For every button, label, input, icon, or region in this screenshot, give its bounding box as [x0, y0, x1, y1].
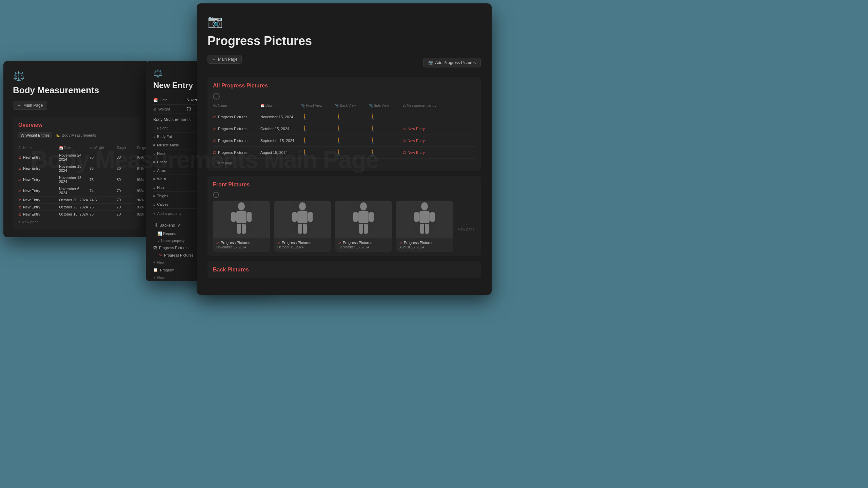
body-measurements-panel: ⚖️ Body Measurements ← Main Page Overvie… — [3, 61, 149, 237]
plus-icon: + — [153, 276, 155, 280]
database-icon: 🗄 — [153, 223, 157, 228]
gallery-card[interactable]: ⚖Progress Pictures October 15, 2024 — [274, 201, 331, 252]
svg-rect-20 — [414, 212, 419, 222]
back-pictures-section: Back Pictures — [208, 261, 481, 278]
tab-bar: ⚖ Weight Entries 📐 Body Measurements — [18, 132, 134, 141]
pp-table-row[interactable]: ⚖Progress Pictures November 15, 2024 🚶 🚶… — [213, 111, 475, 123]
plus-icon: + — [213, 161, 215, 165]
svg-point-18 — [421, 202, 428, 210]
card-image — [335, 201, 392, 238]
pp-main-page-button[interactable]: ← Main Page — [208, 55, 242, 64]
tab-body-measurements[interactable]: 📐 Body Measurements — [54, 132, 99, 138]
table-row[interactable]: ⚖New Entry October 30, 2024 74.5 70 94% — [18, 197, 134, 204]
pp-header-row: ← Main Page 📷 Add Progress Pictures — [208, 55, 481, 70]
pp-table-row[interactable]: ⚖Progress Pictures October 15, 2024 🚶 🚶 … — [213, 123, 475, 135]
svg-point-6 — [299, 202, 306, 210]
gallery-icon: 🖼 — [153, 246, 157, 250]
all-section-title: All Progress Pictures — [213, 83, 475, 89]
svg-rect-7 — [297, 211, 308, 223]
col-side: 📎 Side View — [369, 104, 403, 107]
svg-rect-14 — [353, 212, 358, 222]
gallery-card[interactable]: ⚖Progress Pictures August 15, 2024 — [396, 201, 453, 252]
new-entry-link[interactable]: ⚖New Entry — [403, 139, 450, 143]
svg-rect-21 — [430, 212, 435, 222]
pp-table-header: As Name 📅 Date 📎 Front View 📎 Back View … — [213, 102, 475, 109]
program-icon: 📋 — [153, 268, 158, 272]
card-image — [274, 201, 331, 238]
svg-rect-5 — [242, 224, 246, 234]
svg-rect-4 — [237, 224, 241, 234]
main-page-button[interactable]: ← Main Page — [13, 101, 47, 110]
weight-label: ⚖ Weight — [153, 107, 184, 111]
table-row[interactable]: ⚖New Entry October 23, 2024 75 70 93% — [18, 204, 134, 211]
plus-icon: + — [18, 220, 20, 224]
table-header: As Name 📅 Date ⚖ Weight Target Progress — [18, 145, 134, 150]
gallery-add-circle[interactable] — [213, 192, 219, 198]
pp-table-row[interactable]: ⚖Progress Pictures August 15, 2024 🚶 🚶 🚶… — [213, 147, 475, 159]
gallery-card[interactable]: ⚖Progress Pictures September 15, 2024 — [335, 201, 392, 252]
new-entry-link[interactable]: ⚖New Entry — [403, 150, 450, 155]
table-row[interactable]: ⚖New Entry November 24, 2024 76 80 95% — [18, 152, 134, 163]
pp-table-row[interactable]: ⚖Progress Pictures September 15, 2024 🚶 … — [213, 135, 475, 147]
pp-new-page[interactable]: + New page — [213, 159, 475, 167]
svg-rect-13 — [358, 211, 369, 223]
tab-weight-entries[interactable]: ⚖ Weight Entries — [18, 132, 52, 138]
col-date: 📅 Date — [59, 146, 90, 150]
col-back: 📎 Back View — [335, 104, 369, 107]
svg-rect-8 — [292, 212, 297, 222]
new-page-row[interactable]: + New page — [18, 218, 134, 226]
camera-small-icon: 📷 — [428, 60, 433, 65]
table-row[interactable]: ⚖New Entry November 18, 2024 75 80 94% — [18, 163, 134, 174]
svg-rect-1 — [236, 211, 246, 223]
chevron-icon: ∨ — [177, 223, 180, 228]
plus-icon: + — [153, 260, 155, 264]
scale-icon: ⚖️ — [13, 70, 140, 82]
table-row[interactable]: ⚖New Entry November 6, 2024 74 70 95% — [18, 185, 134, 197]
overview-title: Overview — [18, 122, 134, 128]
svg-rect-2 — [231, 212, 236, 222]
table-row[interactable]: ⚖New Entry October 16, 2024 76 70 92% — [18, 211, 134, 218]
svg-point-0 — [238, 202, 245, 210]
back-title: Back Pictures — [213, 267, 475, 273]
date-label: 📅 Date — [153, 98, 184, 102]
col-name: As Name — [18, 146, 59, 150]
arrow-left-icon: ← — [212, 57, 216, 62]
card-image — [213, 201, 270, 238]
svg-rect-22 — [420, 224, 424, 234]
col-name: As Name — [213, 104, 260, 107]
svg-point-12 — [360, 202, 367, 210]
pp-red-icon: ⚖ — [159, 253, 162, 257]
gallery-row: ⚖Progress Pictures November 15, 2024 — [213, 201, 475, 252]
svg-rect-10 — [298, 224, 302, 234]
gallery-new-page[interactable]: + New page — [457, 201, 475, 252]
front-pictures-section: Front Pictures — [208, 176, 481, 256]
front-title: Front Pictures — [213, 182, 475, 188]
svg-rect-19 — [419, 211, 430, 223]
progress-pictures-panel: 📷 Progress Pictures ← Main Page 📷 Add Pr… — [197, 3, 492, 295]
svg-rect-23 — [425, 224, 429, 234]
weight-value: 73 — [186, 107, 191, 111]
svg-rect-11 — [303, 224, 307, 234]
col-entry: ⚖ Measurement Entry — [403, 104, 450, 107]
gallery-card[interactable]: ⚖Progress Pictures November 15, 2024 — [213, 201, 270, 252]
new-entry-link[interactable]: ⚖New Entry — [403, 127, 450, 131]
add-circle[interactable] — [213, 93, 220, 100]
svg-rect-16 — [359, 224, 363, 234]
svg-rect-17 — [364, 224, 368, 234]
all-progress-section: All Progress Pictures As Name 📅 Date 📎 F… — [208, 77, 481, 171]
pp-main-title: Progress Pictures — [208, 34, 481, 48]
weight-icon: ⚖ — [21, 134, 24, 137]
plus-icon: + — [465, 222, 467, 226]
table-row[interactable]: ⚖New Entry November 13, 2024 73 80 96% — [18, 174, 134, 185]
arrow-left-icon: ← — [17, 103, 21, 108]
col-target: Target — [117, 146, 137, 150]
add-progress-pictures-button[interactable]: 📷 Add Progress Pictures — [423, 58, 481, 67]
col-front: 📎 Front View — [301, 104, 335, 107]
svg-rect-9 — [308, 212, 313, 222]
svg-rect-15 — [369, 212, 374, 222]
svg-rect-3 — [247, 212, 252, 222]
panel-title: Body Measurements — [13, 85, 140, 96]
plus-icon: + — [153, 211, 155, 216]
col-date: 📅 Date — [260, 104, 301, 107]
measurements-icon: 📐 — [56, 134, 60, 137]
